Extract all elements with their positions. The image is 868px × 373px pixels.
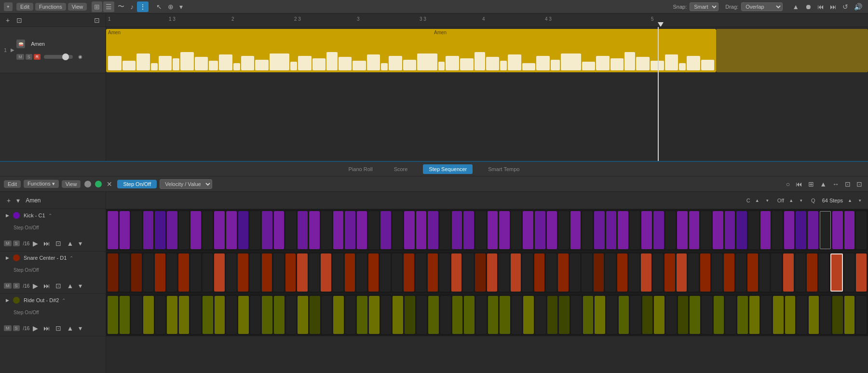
step-cell[interactable] (476, 296, 487, 334)
step-cell[interactable] (451, 253, 462, 292)
kick-rewind-btn[interactable]: ⏭ (41, 239, 52, 248)
record-btn[interactable]: ⏺ (803, 2, 814, 12)
step-cell[interactable] (416, 211, 427, 249)
step-cell[interactable] (714, 296, 724, 334)
step-copy-icon[interactable]: ⊡ (843, 179, 853, 189)
step-cell[interactable] (381, 296, 392, 334)
step-size-icon[interactable]: ⊞ (806, 179, 816, 189)
step-cell[interactable] (629, 253, 639, 292)
step-cell[interactable] (250, 296, 261, 334)
step-cell[interactable] (571, 296, 582, 334)
step-cell[interactable] (439, 253, 450, 292)
step-cell[interactable] (262, 211, 272, 249)
step-cell[interactable] (748, 211, 759, 249)
step-cell[interactable] (522, 253, 533, 292)
grid-view-btn[interactable]: ⊞ (92, 1, 102, 12)
step-cell[interactable] (416, 253, 426, 292)
speaker-icon[interactable]: 🔊 (852, 2, 864, 12)
step-cell[interactable] (630, 211, 640, 249)
step-cell[interactable] (178, 253, 189, 292)
velocity-select[interactable]: Velocity / Value Pitch Length (160, 179, 212, 189)
step-cell[interactable] (737, 296, 748, 334)
tab-piano-roll[interactable]: Piano Roll (343, 164, 379, 174)
mute-btn[interactable]: M (16, 54, 24, 60)
snare-solo-btn[interactable]: S (13, 283, 20, 289)
step-cell[interactable] (380, 211, 391, 249)
step-cell[interactable] (712, 253, 722, 292)
step-cell[interactable] (856, 296, 867, 334)
step-cell[interactable] (808, 211, 818, 249)
step-cell[interactable] (463, 253, 474, 292)
snare-play-btn[interactable]: ▶ (31, 281, 40, 291)
step-cell[interactable] (606, 211, 617, 249)
step-cell[interactable] (819, 253, 829, 292)
step-expand-icon[interactable]: ⊡ (854, 179, 864, 189)
step-cell[interactable] (120, 211, 130, 249)
step-cell[interactable] (190, 296, 201, 334)
step-cell[interactable] (666, 296, 677, 334)
step-cell[interactable] (583, 296, 594, 334)
ride-solo-btn[interactable]: S (13, 325, 20, 331)
step-cell[interactable] (298, 296, 308, 334)
step-cell[interactable] (795, 253, 806, 292)
tab-smart-tempo[interactable]: Smart Tempo (482, 164, 525, 174)
step-cell[interactable] (463, 211, 474, 249)
step-cell[interactable] (594, 253, 604, 292)
next-btn[interactable]: ⏭ (828, 2, 839, 12)
step-cell[interactable] (404, 253, 414, 292)
solo-btn[interactable]: S (26, 54, 32, 60)
circle-icon[interactable]: ○ (784, 179, 792, 189)
step-cell[interactable] (167, 211, 177, 249)
snare-down-btn[interactable]: ▾ (77, 281, 84, 291)
step-cell[interactable] (844, 253, 855, 292)
step-cell[interactable] (830, 253, 843, 292)
add-step-track-btn[interactable]: + (5, 196, 13, 205)
step-cell[interactable] (238, 253, 248, 292)
step-cell[interactable] (274, 211, 285, 249)
step-cell[interactable] (333, 296, 344, 334)
step-cell[interactable] (736, 253, 746, 292)
step-cell[interactable] (511, 211, 522, 249)
step-cell[interactable] (512, 296, 522, 334)
step-cell[interactable] (167, 253, 177, 292)
step-cell[interactable] (475, 253, 486, 292)
step-cell[interactable] (797, 296, 807, 334)
step-cell[interactable] (226, 296, 237, 334)
step-cell[interactable] (570, 253, 581, 292)
step-cell[interactable] (226, 211, 237, 249)
step-cell[interactable] (619, 296, 629, 334)
step-cell[interactable] (653, 253, 664, 292)
functions-menu[interactable]: Functions (35, 3, 66, 11)
drag-select[interactable]: Overlap No Overlap (741, 2, 783, 11)
step-cell[interactable] (321, 253, 331, 292)
step-cell[interactable] (345, 253, 355, 292)
amen-region-continuation[interactable] (716, 29, 868, 72)
step-cell[interactable] (595, 296, 605, 334)
record-btn[interactable]: R (34, 54, 41, 60)
step-cell[interactable] (357, 211, 367, 249)
step-cell[interactable] (784, 211, 795, 249)
step-cell[interactable] (500, 296, 510, 334)
prev-btn[interactable]: ⏮ (815, 2, 826, 12)
step-cell[interactable] (464, 296, 475, 334)
step-cell[interactable] (120, 296, 130, 334)
step-cell[interactable] (309, 211, 320, 249)
step-cell[interactable] (250, 211, 260, 249)
step-cell[interactable] (736, 211, 747, 249)
c-up-btn[interactable]: ▲ (753, 197, 761, 204)
step-cell[interactable] (262, 296, 272, 334)
off-up-btn[interactable]: ▲ (787, 197, 795, 204)
snare-expand-btn[interactable]: ▶ (4, 254, 11, 261)
step-cell[interactable] (642, 296, 653, 334)
step-cell[interactable] (702, 296, 712, 334)
step-cell[interactable] (807, 253, 817, 292)
kick-expand-btn[interactable]: ▶ (4, 212, 11, 219)
step-cell[interactable] (844, 296, 855, 334)
step-cell[interactable] (605, 253, 616, 292)
step-cell[interactable] (630, 296, 641, 334)
steps-down-btn[interactable]: ▾ (857, 197, 863, 204)
step-cell[interactable] (559, 296, 570, 334)
step-cell[interactable] (772, 211, 783, 249)
step-cell[interactable] (179, 296, 190, 334)
step-cell[interactable] (607, 296, 617, 334)
